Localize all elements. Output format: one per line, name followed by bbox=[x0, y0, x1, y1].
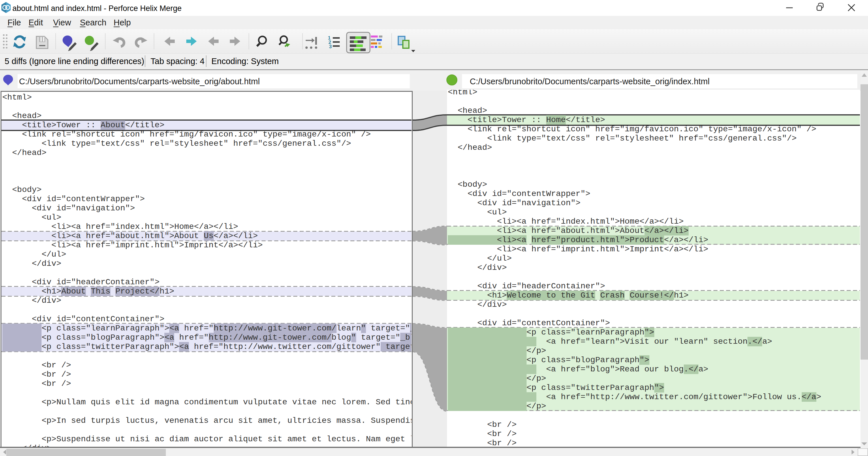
svg-text:3: 3 bbox=[329, 44, 332, 49]
